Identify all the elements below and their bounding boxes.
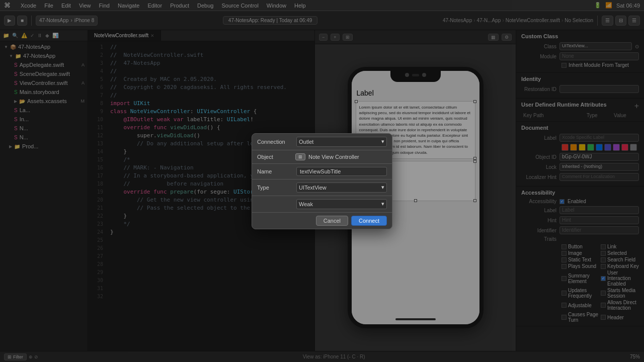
select-arrow: ▾ [381, 138, 384, 145]
dialog-buttons: Cancel Connect [252, 213, 392, 229]
dialog-connection-row: Connection Outlet ▾ [252, 134, 392, 150]
type-select[interactable]: UITextView ▾ [296, 183, 387, 193]
name-label: Name [257, 168, 292, 174]
object-icon: ⊞ [295, 153, 305, 160]
type-select-arrow: ▾ [381, 184, 384, 191]
connection-select[interactable]: Outlet ▾ [296, 137, 387, 147]
dialog-overlay: Connection Outlet ▾ Object ⊞ Note View C… [0, 0, 644, 362]
type-label: Type [257, 185, 292, 191]
cancel-button[interactable]: Cancel [316, 216, 348, 226]
storage-select-arrow: ▾ [381, 201, 384, 207]
connect-button[interactable]: Connect [351, 216, 387, 226]
dialog-object-row: Object ⊞ Note View Controller [252, 150, 392, 164]
object-value: Note View Controller [308, 154, 359, 160]
connection-label: Connection [257, 139, 292, 145]
dialog-type-row: Type UITextView ▾ [252, 179, 392, 196]
dialog-storage-row: Weak ▾ [252, 196, 392, 213]
name-input[interactable] [296, 167, 387, 176]
dialog-name-row: Name [252, 164, 392, 179]
storage-select[interactable]: Weak ▾ [296, 199, 387, 209]
object-label: Object [257, 154, 292, 160]
connect-dialog: Connection Outlet ▾ Object ⊞ Note View C… [252, 133, 392, 229]
